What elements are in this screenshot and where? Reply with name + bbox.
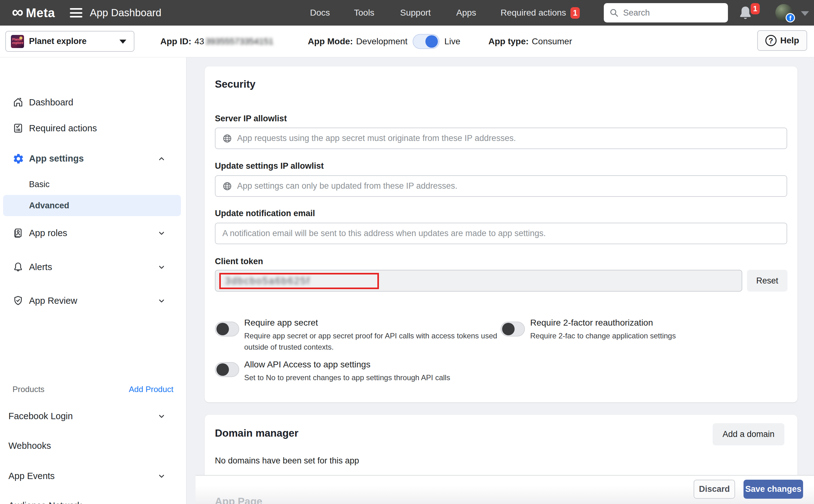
nav-link-tools[interactable]: Tools (354, 0, 374, 26)
require-app-secret-toggle[interactable] (215, 322, 239, 337)
chevron-down-icon (157, 297, 166, 305)
avatar[interactable]: f (775, 4, 792, 21)
domain-empty-text: No domains have been set for this app (215, 456, 359, 466)
app-selector-name: Planet explore (29, 36, 87, 46)
live-mode-toggle[interactable] (413, 34, 439, 49)
allow-api-access-title: Allow API Access to app settings (244, 360, 371, 370)
nav-link-support[interactable]: Support (400, 0, 431, 26)
sidebar-item-webhooks[interactable]: Webhooks (0, 438, 187, 453)
shield-check-icon (12, 295, 24, 306)
required-actions-label: Required actions (501, 8, 566, 18)
sidebar-item-alerts[interactable]: Alerts (0, 259, 187, 274)
sidebar-item-required-actions[interactable]: Required actions (0, 121, 187, 136)
globe-icon (222, 133, 232, 143)
app-id-label: App ID: (160, 36, 191, 46)
app-id: App ID: 4339355573354151 (160, 26, 274, 57)
sidebar-item-app-events[interactable]: App Events (0, 468, 187, 483)
chevron-down-icon (119, 40, 126, 44)
sidebar-item-advanced[interactable]: Advanced (0, 198, 187, 213)
toggle-knob (216, 323, 229, 335)
search-input[interactable] (623, 8, 722, 18)
red-annotation-box: 3dbcbo5a6b625f (219, 273, 379, 289)
require-2fac-desc: Require 2-fac to change application sett… (530, 330, 767, 342)
require-2fac-toggle[interactable] (501, 322, 525, 337)
add-domain-button[interactable]: Add a domain (713, 423, 784, 445)
app-id-visible: 43 (195, 36, 204, 46)
toggle-knob (502, 323, 515, 335)
sidebar-item-audience-network[interactable]: Audience Network (0, 498, 187, 504)
update-settings-ip-input[interactable] (237, 181, 780, 191)
update-notification-email-field (215, 223, 787, 244)
app-type: App type: Consumer (488, 26, 572, 57)
notifications-button[interactable]: 1 (738, 5, 760, 22)
page-title: App Dashboard (90, 0, 161, 26)
update-settings-ip-label: Update settings IP allowlist (215, 161, 324, 171)
save-footer-bar: App Page Discard Save changes (196, 475, 814, 504)
bell-outline-icon (12, 261, 24, 273)
update-settings-ip-field (215, 175, 787, 197)
app-id-redacted: 39355573354151 (206, 36, 274, 46)
chevron-up-icon (157, 155, 166, 163)
allow-api-access-desc: Set to No to prevent changes to app sett… (244, 372, 525, 383)
server-ip-allowlist-input[interactable] (237, 133, 780, 143)
app-header-bar: Planet explore Planet explore App ID: 43… (0, 26, 814, 57)
sidebar-item-app-review[interactable]: App Review (0, 293, 187, 308)
planet-explore-app-icon: Planet explore (11, 35, 24, 48)
sidebar-item-facebook-login[interactable]: Facebook Login (0, 409, 187, 424)
security-title: Security (215, 78, 255, 90)
help-button[interactable]: ? Help (757, 30, 807, 51)
app-type-value: Consumer (532, 36, 572, 46)
navbar-search (604, 3, 728, 22)
app-selector-dropdown[interactable]: Planet explore Planet explore (5, 31, 134, 52)
chevron-down-icon (157, 472, 166, 480)
products-section-header: Products Add Product (0, 382, 187, 397)
nav-link-apps[interactable]: Apps (456, 0, 476, 26)
question-mark-icon: ? (765, 35, 777, 46)
update-notification-email-input[interactable] (222, 229, 780, 238)
toggle-knob (216, 363, 229, 376)
discard-button[interactable]: Discard (694, 480, 735, 499)
checklist-icon (12, 123, 24, 134)
sidebar-item-app-settings[interactable]: App settings (0, 151, 187, 166)
nav-link-required-actions[interactable]: Required actions 1 (501, 0, 580, 26)
chevron-down-icon (157, 263, 166, 271)
notification-count-badge: 1 (751, 3, 760, 14)
help-label: Help (780, 36, 799, 46)
live-label: Live (444, 36, 460, 46)
globe-icon (222, 181, 232, 191)
sidebar-item-dashboard[interactable]: Dashboard (0, 95, 187, 110)
gear-icon (12, 153, 24, 165)
client-token-field: 3dbcbo5a6b625f (215, 270, 742, 292)
nav-link-docs[interactable]: Docs (310, 0, 330, 26)
chevron-down-icon (157, 412, 166, 420)
update-notification-email-label: Update notification email (215, 209, 315, 218)
profile-menu-caret-icon[interactable] (801, 11, 809, 16)
home-icon (12, 97, 24, 108)
hamburger-menu-icon[interactable] (70, 8, 82, 17)
meta-brand-text: Meta (26, 6, 55, 20)
require-app-secret-desc: Require app secret or app secret proof f… (244, 330, 500, 353)
id-card-icon (12, 227, 24, 239)
client-token-label: Client token (215, 257, 263, 266)
top-navbar: ∞ Meta App Dashboard Docs Tools Support … (0, 0, 814, 26)
chevron-down-icon (157, 229, 166, 237)
server-ip-allowlist-label: Server IP allowlist (215, 114, 287, 124)
save-changes-button[interactable]: Save changes (744, 480, 803, 499)
products-label: Products (12, 382, 45, 397)
meta-infinity-icon: ∞ (12, 4, 23, 20)
sidebar: Dashboard Required actions App settings … (0, 57, 187, 504)
reset-client-token-button[interactable]: Reset (747, 270, 787, 292)
toggle-knob (425, 35, 438, 48)
domain-manager-title: Domain manager (215, 427, 298, 439)
require-app-secret-title: Require app secret (244, 318, 318, 328)
required-actions-badge: 1 (570, 7, 580, 19)
facebook-badge-icon: f (786, 13, 795, 22)
search-icon (609, 7, 619, 18)
sidebar-item-basic[interactable]: Basic (0, 177, 187, 192)
add-product-link[interactable]: Add Product (129, 382, 173, 397)
sidebar-item-app-roles[interactable]: App roles (0, 225, 187, 240)
meta-logo[interactable]: ∞ Meta (12, 0, 55, 26)
app-mode: App Mode: Development Live (308, 26, 460, 57)
app-mode-label: App Mode: (308, 36, 353, 46)
allow-api-access-toggle[interactable] (215, 362, 239, 377)
